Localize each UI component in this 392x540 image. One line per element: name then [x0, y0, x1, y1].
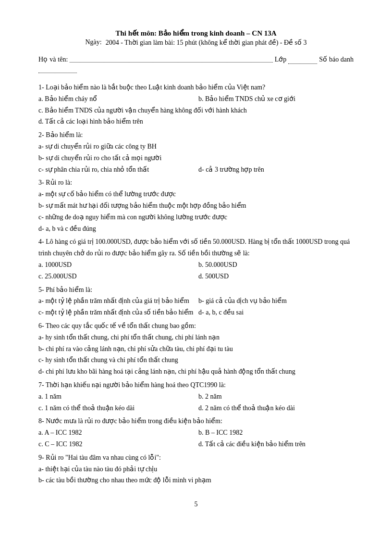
q2-opt-c: c- sự phân chia rủi ro, chia nhỏ tổn thấ… — [38, 164, 194, 176]
q8-text: 8- Nước mưa là rủi ro được bảo hiểm tron… — [38, 415, 354, 427]
question-6: 6- Theo các quy tắc quốc tế về tổn thất … — [38, 320, 354, 377]
q8-opt-d: d. Tất cả các điều kiện bảo hiểm trên — [198, 439, 354, 450]
question-7: 7- Thời hạn khiếu nại người bảo hiểm hàn… — [38, 379, 354, 414]
q4-opts-cd: c. 25.000USD d. 500USD — [38, 271, 354, 282]
q2-text: 2- Bảo hiểm là: — [38, 129, 354, 141]
document-header: Thi hết môn: Bảo hiểm trong kinh doanh –… — [38, 29, 354, 47]
q7-opt-d: d. 2 năm có thể thoả thuận kéo dài — [198, 402, 354, 414]
date-value: 2004 - Thời gian làm bài: 15 phút (không… — [106, 38, 307, 47]
question-4: 4- Lô hàng có giá trị 100.000USD, được b… — [38, 236, 354, 282]
q4-opt-d: d. 500USD — [198, 271, 354, 282]
q6-opt-c: c- hy sinh tổn thất chung và chi phí tổn… — [38, 354, 354, 366]
q5-opts-cd: c- một tỷ lệ phần trăm nhất định của số … — [38, 307, 354, 318]
page-number: 5 — [38, 501, 354, 508]
so-label: Số — [319, 55, 327, 63]
va-label: và — [49, 56, 56, 63]
q1-opt-d: d. Tất cả các loại hình bảo hiểm trên — [38, 116, 354, 127]
q5-opt-c: c- một tỷ lệ phần trăm nhất định của số … — [38, 307, 194, 318]
q9-opt-b: b- các tàu bồi thường cho nhau theo mức … — [38, 475, 354, 486]
q3-opt-a: a- một sự cố bảo hiểm có thể lường trước… — [38, 188, 354, 200]
q5-opts-ab: a- một tỷ lệ phần trăm nhất định của giá… — [38, 295, 354, 307]
q3-opt-d: d- a, b và c đều đúng — [38, 223, 354, 235]
q6-opt-d: d- chi phí lưu kho bãi hàng hoá tại cảng… — [38, 366, 354, 377]
question-9: 9- Rủi ro "Hai tàu đâm va nhau cùng có l… — [38, 452, 354, 486]
ten-label: tên: — [58, 56, 68, 63]
q8-opt-c: c. C – ICC 1982 — [38, 439, 194, 450]
bao-danh-row — [38, 65, 354, 73]
q4-opt-b: b. 50.000USD — [198, 259, 354, 271]
q3-opt-c: c- những đe doạ nguy hiểm mà con người k… — [38, 212, 354, 223]
q7-opts-ab: a. 1 năm b. 2 năm — [38, 391, 354, 402]
question-5: 5- Phí bảo hiểm là: a- một tỷ lệ phần tr… — [38, 284, 354, 318]
q1-opt-b: b. Bảo hiểm TNDS chủ xe cơ giới — [198, 93, 354, 105]
questions-section: 1- Loại bảo hiểm nào là bắt buộc theo Lu… — [38, 82, 354, 486]
q8-opts-cd: c. C – ICC 1982 d. Tất cả các điều kiện … — [38, 439, 354, 450]
q4-opt-a: a. 1000USD — [38, 259, 194, 271]
ho-label: Họ — [38, 55, 48, 63]
q2-opt-d: d- cả 3 trường hợp trên — [198, 164, 354, 176]
q5-text: 5- Phí bảo hiểm là: — [38, 284, 354, 296]
q6-opt-a: a- hy sinh tổn thất chung, chi phí tổn t… — [38, 332, 354, 343]
q2-opt-a: a- sự di chuyển rủi ro giữa các công ty … — [38, 141, 354, 152]
question-1: 1- Loại bảo hiểm nào là bắt buộc theo Lu… — [38, 82, 354, 127]
q5-opt-d: d- a, b, c đều sai — [198, 307, 354, 318]
q6-text: 6- Theo các quy tắc quốc tế về tổn thất … — [38, 320, 354, 332]
q7-opt-a: a. 1 năm — [38, 391, 194, 402]
exam-date-row: Ngày: 2004 - Thời gian làm bài: 15 phút … — [38, 38, 354, 47]
q8-opt-b: b. B – ICC 1982 — [198, 427, 354, 439]
bao-danh-label: báo danh — [329, 56, 354, 63]
q7-opts-cd: c. 1 năm có thể thoả thuận kéo dài d. 2 … — [38, 402, 354, 414]
q9-text: 9- Rủi ro "Hai tàu đâm va nhau cùng có l… — [38, 452, 354, 464]
q5-opt-b: b- giá cả của dịch vụ bảo hiểm — [198, 295, 354, 307]
question-8: 8- Nước mưa là rủi ro được bảo hiểm tron… — [38, 415, 354, 450]
q6-opt-b: b- chi phí ra vào cảng lánh nạn, chi phí… — [38, 343, 354, 355]
q2-opt-b: b- sự di chuyển rủi ro cho tất cả mọi ng… — [38, 152, 354, 164]
ten-dots — [70, 56, 272, 63]
q3-text: 3- Rủi ro là: — [38, 177, 354, 188]
q1-options: a. Bảo hiểm cháy nổ b. Bảo hiểm TNDS chủ… — [38, 93, 354, 105]
q5-opt-a: a- một tỷ lệ phần trăm nhất định của giá… — [38, 295, 194, 307]
question-3: 3- Rủi ro là: a- một sự cố bảo hiểm có t… — [38, 177, 354, 234]
lop-label: Lớp — [275, 55, 287, 63]
exam-title: Thi hết môn: Bảo hiểm trong kinh doanh –… — [38, 29, 354, 38]
q7-opt-b: b. 2 năm — [198, 391, 354, 402]
q3-opt-b: b- sự mất mát hư hại đối tượng bảo hiểm … — [38, 200, 354, 212]
q1-opt-c: c. Bảo hiểm TNDS của người vận chuyển hà… — [38, 105, 354, 116]
q7-text: 7- Thời hạn khiếu nại người bảo hiểm hàn… — [38, 379, 354, 391]
student-info-row: Họ và tên: Lớp Số báo danh — [38, 55, 354, 64]
question-2: 2- Bảo hiểm là: a- sự di chuyển rủi ro g… — [38, 129, 354, 175]
q7-opt-c: c. 1 năm có thể thoả thuận kéo dài — [38, 402, 194, 414]
q9-opt-a: a- thiệt hại của tàu nào tàu đó phải tự … — [38, 464, 354, 475]
date-label: Ngày: — [85, 38, 101, 47]
q1-text: 1- Loại bảo hiểm nào là bắt buộc theo Lu… — [38, 82, 354, 93]
q4-opt-c: c. 25.000USD — [38, 271, 194, 282]
q8-opt-a: a. A – ICC 1982 — [38, 427, 194, 439]
q4-text: 4- Lô hàng có giá trị 100.000USD, được b… — [38, 236, 354, 259]
q2-opts-cd: c- sự phân chia rủi ro, chia nhỏ tổn thấ… — [38, 164, 354, 176]
q8-opts-ab: a. A – ICC 1982 b. B – ICC 1982 — [38, 427, 354, 439]
q1-opt-a: a. Bảo hiểm cháy nổ — [38, 93, 194, 105]
q4-opts-ab: a. 1000USD b. 50.000USD — [38, 259, 354, 271]
